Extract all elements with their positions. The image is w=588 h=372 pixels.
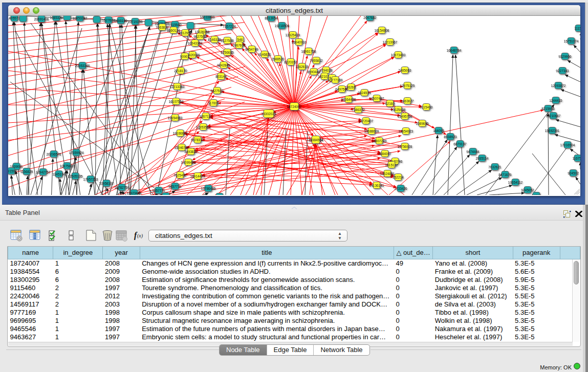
svg-text:12213383: 12213383 bbox=[170, 85, 185, 89]
svg-text:16914479: 16914479 bbox=[190, 174, 205, 178]
svg-text:9115460: 9115460 bbox=[420, 105, 433, 109]
svg-text:20364436: 20364436 bbox=[341, 98, 356, 101]
svg-text:16107554: 16107554 bbox=[169, 100, 184, 103]
svg-text:1463627: 1463627 bbox=[401, 99, 414, 103]
svg-text:9827503: 9827503 bbox=[193, 35, 207, 38]
svg-text:1156829: 1156829 bbox=[20, 170, 33, 173]
svg-text:8813054: 8813054 bbox=[265, 16, 278, 20]
svg-text:9146821: 9146821 bbox=[258, 53, 271, 56]
svg-text:19654983: 19654983 bbox=[168, 116, 183, 120]
svg-text:1145194: 1145194 bbox=[53, 172, 66, 176]
svg-text:1345: 1345 bbox=[162, 194, 170, 195]
svg-text:20053346: 20053346 bbox=[75, 64, 90, 68]
svg-text:94505: 94505 bbox=[532, 194, 541, 195]
svg-text:10025438: 10025438 bbox=[391, 108, 406, 112]
svg-text:16640910: 16640910 bbox=[292, 40, 307, 44]
svg-text:8912954: 8912954 bbox=[179, 31, 192, 35]
svg-text:8471676: 8471676 bbox=[498, 173, 512, 177]
svg-text:9794028: 9794028 bbox=[319, 69, 333, 72]
svg-text:9267110: 9267110 bbox=[200, 115, 212, 118]
svg-text:92450: 92450 bbox=[215, 195, 224, 195]
svg-text:16033809: 16033809 bbox=[200, 16, 215, 19]
svg-text:1244415: 1244415 bbox=[549, 99, 562, 102]
svg-text:16543362: 16543362 bbox=[188, 41, 203, 45]
svg-text:14099485: 14099485 bbox=[181, 161, 196, 164]
svg-text:10654112: 10654112 bbox=[508, 181, 523, 184]
svg-text:9242845: 9242845 bbox=[217, 63, 230, 67]
svg-text:9857771: 9857771 bbox=[152, 189, 165, 192]
svg-text:8660124: 8660124 bbox=[167, 29, 180, 32]
svg-text:7625402: 7625402 bbox=[173, 173, 187, 177]
svg-text:17359924: 17359924 bbox=[69, 151, 84, 155]
svg-text:6466160: 6466160 bbox=[114, 19, 127, 23]
svg-text:13325419: 13325419 bbox=[286, 33, 300, 37]
svg-text:10777169: 10777169 bbox=[328, 78, 343, 82]
svg-text:12505135: 12505135 bbox=[68, 174, 83, 178]
svg-text:9127508: 9127508 bbox=[221, 39, 234, 42]
svg-text:16961758: 16961758 bbox=[301, 50, 316, 53]
svg-text:15692391: 15692391 bbox=[545, 129, 560, 133]
svg-text:7386372: 7386372 bbox=[352, 108, 365, 112]
svg-text:5578312: 5578312 bbox=[191, 138, 204, 142]
svg-text:46266: 46266 bbox=[346, 85, 356, 89]
svg-text:16648784: 16648784 bbox=[447, 49, 462, 52]
svg-text:12942757: 12942757 bbox=[36, 170, 51, 174]
svg-text:13524851: 13524851 bbox=[380, 172, 395, 176]
svg-text:2047682: 2047682 bbox=[363, 16, 377, 19]
svg-text:(x): (x) bbox=[137, 233, 143, 239]
svg-text:62160: 62160 bbox=[385, 102, 395, 105]
svg-text:252214: 252214 bbox=[393, 176, 404, 179]
svg-text:13302023: 13302023 bbox=[262, 112, 276, 116]
svg-text:13720407: 13720407 bbox=[359, 119, 374, 123]
svg-text:2935114: 2935114 bbox=[476, 157, 489, 160]
svg-text:10719155: 10719155 bbox=[128, 20, 143, 24]
svg-text:1733426: 1733426 bbox=[394, 187, 407, 190]
svg-text:10975887: 10975887 bbox=[60, 164, 75, 168]
svg-text:16782759: 16782759 bbox=[115, 186, 129, 189]
svg-text:8146328: 8146328 bbox=[208, 38, 221, 41]
svg-text:8454749: 8454749 bbox=[245, 48, 258, 51]
svg-text:10853287: 10853287 bbox=[73, 16, 88, 20]
svg-text:90901: 90901 bbox=[180, 55, 189, 58]
svg-text:6879197: 6879197 bbox=[453, 142, 467, 146]
svg-text:9427512: 9427512 bbox=[210, 89, 224, 93]
svg-text:14136141: 14136141 bbox=[369, 184, 384, 187]
svg-text:803144: 803144 bbox=[215, 75, 227, 78]
svg-text:9227343: 9227343 bbox=[556, 69, 569, 73]
svg-text:10688609: 10688609 bbox=[364, 129, 379, 133]
svg-text:2967608: 2967608 bbox=[232, 43, 246, 47]
svg-text:3824514: 3824514 bbox=[358, 91, 371, 95]
svg-text:2588520: 2588520 bbox=[271, 57, 285, 61]
svg-text:19218506: 19218506 bbox=[275, 24, 290, 28]
svg-text:10958107: 10958107 bbox=[99, 182, 114, 185]
svg-text:8220357: 8220357 bbox=[284, 60, 297, 64]
svg-text:18724007: 18724007 bbox=[287, 105, 302, 108]
svg-text:546: 546 bbox=[237, 38, 243, 41]
svg-text:9329966: 9329966 bbox=[558, 55, 572, 58]
svg-text:1527602: 1527602 bbox=[102, 18, 115, 22]
svg-text:7955812: 7955812 bbox=[310, 59, 323, 62]
svg-text:391591: 391591 bbox=[8, 169, 17, 173]
svg-text:8938923: 8938923 bbox=[444, 135, 457, 139]
svg-text:2718170: 2718170 bbox=[174, 69, 187, 73]
svg-text:12093872: 12093872 bbox=[551, 84, 566, 87]
svg-text:924502: 924502 bbox=[568, 171, 579, 175]
svg-text:13654923: 13654923 bbox=[399, 129, 413, 133]
svg-text:1089695: 1089695 bbox=[416, 122, 429, 125]
svg-text:20206576: 20206576 bbox=[47, 152, 61, 156]
svg-text:9684067: 9684067 bbox=[378, 152, 391, 156]
svg-text:11154: 11154 bbox=[574, 27, 580, 30]
svg-text:17016504: 17016504 bbox=[560, 143, 575, 147]
svg-text:3493822: 3493822 bbox=[184, 150, 198, 154]
svg-text:10756928: 10756928 bbox=[398, 145, 412, 148]
svg-text:17957253: 17957253 bbox=[83, 178, 98, 181]
svg-text:116753: 116753 bbox=[572, 157, 580, 160]
svg-text:19166825: 19166825 bbox=[173, 132, 188, 135]
svg-text:117006: 117006 bbox=[208, 101, 219, 105]
svg-text:11923448: 11923448 bbox=[127, 191, 142, 195]
svg-text:13495758: 13495758 bbox=[398, 115, 412, 118]
svg-text:1085328: 1085328 bbox=[50, 16, 63, 19]
svg-text:20691406: 20691406 bbox=[34, 17, 49, 21]
svg-text:9245052: 9245052 bbox=[521, 188, 534, 192]
svg-text:6756685: 6756685 bbox=[221, 51, 234, 54]
